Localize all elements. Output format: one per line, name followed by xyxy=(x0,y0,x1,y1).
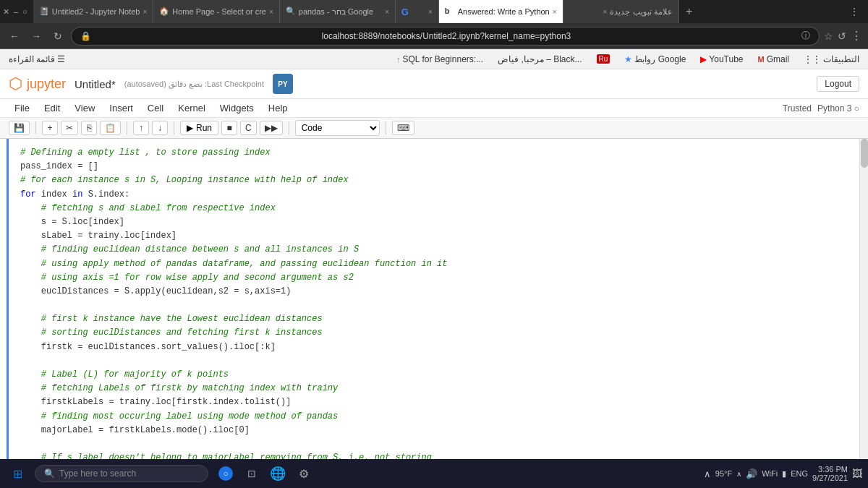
browser-tab-arabic[interactable]: علامة تبويب جديدة × xyxy=(563,0,679,23)
toolbar-sep-2 xyxy=(127,121,127,134)
run-button[interactable]: ▶ Run xyxy=(180,121,218,135)
history-icon[interactable]: ↺ xyxy=(838,30,846,42)
temperature-display: 95°F xyxy=(715,469,732,478)
keyboard-shortcut-button[interactable]: ⌨ xyxy=(392,121,414,135)
bookmark-apps[interactable]: ⋮⋮ التطبيقات xyxy=(801,53,862,66)
code-line-19: firstkLabels = trainy.loc[firstk.index.t… xyxy=(20,395,848,409)
move-up-button[interactable]: ↑ xyxy=(133,121,149,135)
cell-type-select[interactable]: Code Markdown Raw NBConvert xyxy=(295,120,380,136)
taskbar-search-bar[interactable]: 🔍 Type here to search xyxy=(35,465,208,482)
taskbar-taskview-icon[interactable]: ⊡ xyxy=(240,462,263,485)
minimize-icon[interactable]: – xyxy=(14,7,18,16)
menu-file[interactable]: File xyxy=(9,100,35,116)
date-display: 9/27/2021 xyxy=(812,474,848,482)
toolbar-sep-4 xyxy=(289,121,289,134)
copy-cell-button[interactable]: ⎘ xyxy=(81,121,97,135)
tabs-container: 📓 Untitled2 - Jupyter Noteb × 🏠 Home Pag… xyxy=(33,0,849,23)
move-down-button[interactable]: ↓ xyxy=(152,121,168,135)
code-line-15: firstk = euclDistances.sort_values().ilo… xyxy=(20,341,848,354)
menu-insert[interactable]: Insert xyxy=(103,100,139,116)
cut-cell-button[interactable]: ✂ xyxy=(61,121,78,135)
bookmark-sql-label: SQL for Beginners:... xyxy=(403,54,484,64)
start-button[interactable]: ⊞ xyxy=(0,459,35,488)
new-tab-button[interactable]: + xyxy=(679,0,699,23)
tab-close-home[interactable]: × xyxy=(269,8,273,16)
taskbar-cortana-icon[interactable]: ○ xyxy=(214,462,237,485)
restart-button[interactable]: C xyxy=(240,121,257,135)
up-arrow-icon-2[interactable]: ∧ xyxy=(736,470,741,478)
run-icon: ▶ xyxy=(187,123,193,133)
bookmark-sql[interactable]: ↑ SQL for Beginners:... xyxy=(393,53,486,66)
logout-button[interactable]: Logout xyxy=(817,76,859,92)
up-arrow-icon[interactable]: ∧ xyxy=(704,468,711,479)
bookmarks-bar: ⋮⋮ التطبيقات M Gmail ▶ YouTube ★ روابط G… xyxy=(0,49,868,69)
tab-close-google[interactable]: × xyxy=(428,8,433,16)
forward-button[interactable]: → xyxy=(27,27,45,45)
fast-forward-button[interactable]: ▶▶ xyxy=(260,121,283,135)
bookmark-star-icon[interactable]: ☆ xyxy=(824,30,833,42)
browser-right-icons: ⋮ xyxy=(849,6,865,17)
browser-tab-jupyter[interactable]: 📓 Untitled2 - Jupyter Noteb × xyxy=(33,0,154,23)
bookmark-gmail[interactable]: M Gmail xyxy=(754,53,792,66)
datetime-display: 3:36 PM 9/27/2021 xyxy=(812,465,848,482)
maximize-icon[interactable]: ○ xyxy=(22,7,27,16)
battery-icon[interactable]: ▮ xyxy=(782,469,786,479)
back-button[interactable]: ← xyxy=(6,27,23,45)
trusted-label: Trusted xyxy=(783,103,812,114)
bookmark-youtube[interactable]: ▶ YouTube xyxy=(697,53,746,66)
browser-tab-bar: ✕ – ○ 📓 Untitled2 - Jupyter Noteb × 🏠 Ho… xyxy=(0,0,868,23)
taskbar-pinned-icons: ○ ⊡ 🌐 ⚙ xyxy=(214,462,315,485)
tab-close-answered[interactable]: × xyxy=(553,8,557,16)
network-icon[interactable]: WiFi xyxy=(762,469,778,478)
toolbar-sep-3 xyxy=(174,121,174,134)
menu-view[interactable]: View xyxy=(69,100,101,116)
tab-answered-icon: b xyxy=(445,7,455,17)
taskview-icon: ⊡ xyxy=(247,468,256,479)
system-tray: ∧ xyxy=(704,468,711,479)
browser-tab-pandas[interactable]: 🔍 pandas - בחר Google × xyxy=(280,0,396,23)
tab-close-arabic[interactable]: × xyxy=(603,8,608,16)
paste-cell-button[interactable]: 📋 xyxy=(100,121,121,135)
close-icon[interactable]: ✕ xyxy=(3,7,9,17)
gear-icon: ⚙ xyxy=(299,467,309,481)
jupyter-logo-icon: ⬡ xyxy=(9,74,22,93)
menu-help[interactable]: Help xyxy=(263,100,294,116)
tab-close-jupyter[interactable]: × xyxy=(142,8,147,16)
browser-tab-google[interactable]: G × xyxy=(396,0,439,23)
tab-answered-label: Answered: Write a Python xyxy=(458,7,550,16)
tab-pandas-label: pandas - בחר Google xyxy=(299,7,373,17)
bookmark-google-links[interactable]: ★ روابط Google xyxy=(621,53,689,66)
reload-button[interactable]: ↻ xyxy=(49,27,67,45)
notification-icon[interactable]: 🖼 xyxy=(852,468,862,479)
code-line-12 xyxy=(20,299,848,312)
code-line-18: # fetching Labels of firstk by matching … xyxy=(20,382,848,395)
address-bar[interactable]: 🔒 localhost:8889/notebooks/Untitled2.ipy… xyxy=(71,27,820,46)
menu-widgets[interactable]: Widgets xyxy=(214,100,260,116)
bookmark-ru[interactable]: Ru xyxy=(594,53,613,65)
menu-edit[interactable]: Edit xyxy=(38,100,66,116)
browser-tab-home[interactable]: 🏠 Home Page - Select or cre × xyxy=(153,0,279,23)
browser-settings-icon[interactable]: ⋮ xyxy=(849,6,859,17)
taskbar-gear-icon[interactable]: ⚙ xyxy=(292,462,315,485)
reading-list[interactable]: ☰ قائمة القراءة xyxy=(6,53,68,66)
more-options-icon[interactable]: ⋮ xyxy=(851,29,862,43)
cell-content[interactable]: # Defining a empty list , to store passi… xyxy=(9,139,859,459)
taskbar-chrome-icon[interactable]: 🌐 xyxy=(266,462,289,485)
code-line-14: # sorting euclDistances and fetching fir… xyxy=(20,326,848,340)
lang-label: ENG xyxy=(791,469,808,478)
volume-icon[interactable]: 🔊 xyxy=(746,468,757,479)
tab-close-pandas[interactable]: × xyxy=(385,8,389,16)
save-button[interactable]: 💾 xyxy=(9,121,30,135)
scrollbar-track[interactable] xyxy=(859,139,868,459)
code-line-20: # finding most occuring label using mode… xyxy=(20,410,848,424)
tab-home-icon: 🏠 xyxy=(159,7,169,17)
browser-tab-answered[interactable]: b Answered: Write a Python × xyxy=(439,0,563,23)
menu-kernel[interactable]: Kernel xyxy=(172,100,211,116)
scrollbar-thumb[interactable] xyxy=(861,139,868,168)
start-icon: ⊞ xyxy=(13,467,22,481)
bookmark-black[interactable]: مرحبا, فياض – Black... xyxy=(495,53,584,66)
add-cell-button[interactable]: + xyxy=(42,121,58,135)
menu-cell[interactable]: Cell xyxy=(142,100,169,116)
kernel-info: Python 3 ○ xyxy=(817,103,859,114)
stop-button[interactable]: ■ xyxy=(221,121,237,135)
